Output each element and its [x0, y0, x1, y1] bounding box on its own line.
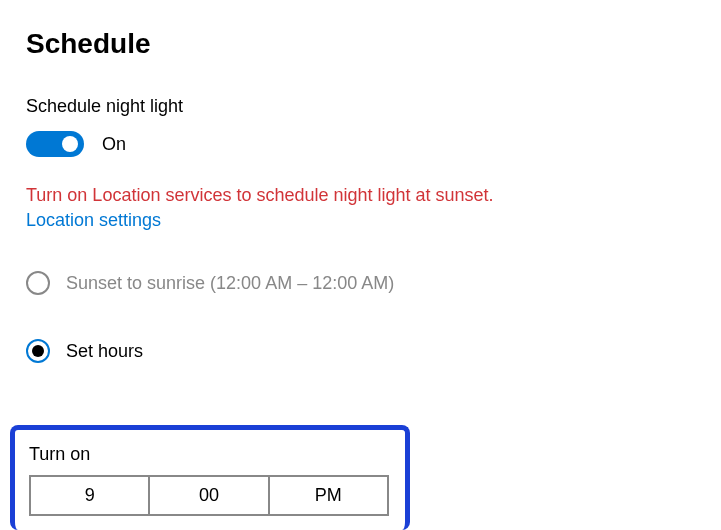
turn-on-highlight: Turn on 9 00 PM [10, 425, 410, 530]
radio-sunset-label: Sunset to sunrise (12:00 AM – 12:00 AM) [66, 273, 394, 294]
location-warning: Turn on Location services to schedule ni… [26, 185, 695, 206]
toggle-state-text: On [102, 134, 126, 155]
time-picker: 9 00 PM [29, 475, 389, 516]
schedule-toggle[interactable] [26, 131, 84, 157]
time-hour[interactable]: 9 [31, 477, 150, 514]
radio-inner [32, 345, 44, 357]
radio-sunset[interactable] [26, 271, 50, 295]
radio-set-hours[interactable] [26, 339, 50, 363]
time-period[interactable]: PM [270, 477, 387, 514]
time-minute[interactable]: 00 [150, 477, 269, 514]
schedule-heading: Schedule [26, 28, 695, 60]
turn-on-label: Turn on [29, 444, 391, 465]
toggle-knob [62, 136, 78, 152]
location-settings-link[interactable]: Location settings [26, 210, 161, 231]
toggle-label: Schedule night light [26, 96, 695, 117]
radio-set-hours-label: Set hours [66, 341, 143, 362]
